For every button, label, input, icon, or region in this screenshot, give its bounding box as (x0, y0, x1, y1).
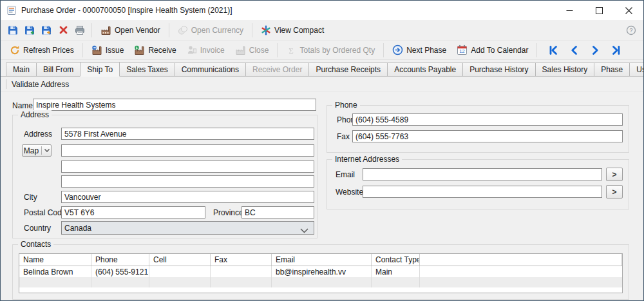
email-input[interactable] (363, 168, 602, 180)
fax-input[interactable]: (604) 555-7763 (352, 130, 623, 142)
refresh-prices-button[interactable]: Refresh Prices (5, 43, 79, 57)
issue-button[interactable]: Issue (86, 43, 129, 57)
tab-sales-history[interactable]: Sales History (535, 63, 595, 76)
tab-purchase-receipts[interactable]: Purchase Receipts (308, 63, 388, 76)
last-record-button[interactable] (607, 42, 624, 59)
city-input[interactable]: Vancouver (61, 191, 314, 203)
column-header-cell[interactable]: Cell (149, 254, 211, 266)
postal-code-input[interactable]: V5T 6Y6 (61, 206, 205, 218)
table-row[interactable]: Belinda Brown (604) 555-9121 bb@inspireh… (19, 266, 622, 277)
delete-button[interactable] (55, 22, 71, 39)
maximize-button[interactable] (584, 1, 614, 20)
totals-button: Σ Totals by Ordered Qty (281, 43, 380, 57)
tab-main[interactable]: Main (6, 63, 37, 76)
phone-input[interactable]: (604) 555-4589 (352, 113, 623, 126)
open-currency-button: Open Currency (173, 23, 249, 37)
contact-phone-cell: (604) 555-9121 (91, 266, 149, 277)
column-header-email[interactable]: Email (272, 254, 372, 266)
help-icon: ? (626, 25, 636, 35)
first-record-button[interactable] (545, 42, 562, 59)
sigma-icon: Σ (286, 45, 296, 55)
tab-bill-from[interactable]: Bill From (36, 63, 80, 76)
refresh-prices-label: Refresh Prices (23, 46, 74, 55)
close-button[interactable] (614, 1, 643, 20)
next-record-button[interactable] (587, 42, 603, 59)
tab-ship-to[interactable]: Ship To (80, 62, 120, 77)
open-email-button[interactable]: > (606, 168, 623, 181)
tab-sales-taxes[interactable]: Sales Taxes (119, 63, 175, 76)
column-header-phone[interactable]: Phone (91, 254, 149, 266)
save-button[interactable] (5, 22, 21, 39)
phone-group: Phone (327, 105, 629, 153)
totals-label: Totals by Ordered Qty (299, 46, 375, 55)
column-header-fax[interactable]: Fax (211, 254, 272, 266)
address-line4-input[interactable] (61, 175, 314, 188)
toolbar-separator (536, 43, 537, 57)
previous-record-button[interactable] (566, 42, 583, 59)
column-header-filler (420, 254, 622, 266)
contact-name-cell: Belinda Brown (19, 266, 91, 277)
toolbar-separator (82, 43, 83, 57)
invoice-button: Invoice (182, 43, 230, 57)
factory-close-icon (235, 45, 246, 55)
toolbar-separator (91, 23, 92, 37)
print-button[interactable] (71, 22, 88, 39)
delete-x-icon (59, 25, 68, 35)
contacts-table: Name Phone Cell Fax Email Contact Type B… (19, 253, 623, 293)
open-website-button[interactable]: > (606, 185, 623, 199)
first-record-icon (548, 44, 560, 56)
empty-cell (272, 277, 372, 287)
coins-icon (178, 25, 188, 35)
tab-purchase-history[interactable]: Purchase History (462, 63, 535, 76)
open-vendor-button[interactable]: Open Vendor (95, 23, 166, 37)
internet-addresses-group: Internet Addresses (327, 159, 629, 209)
app-window: Purchase Order - 0000700050 [Inspire Hea… (0, 0, 644, 301)
add-to-calendar-button[interactable]: 12 Add To Calendar (451, 43, 533, 57)
province-input[interactable]: BC (242, 206, 314, 218)
country-select[interactable]: Canada (61, 221, 314, 235)
map-button[interactable]: Map (22, 144, 52, 157)
tab-communications[interactable]: Communications (175, 63, 246, 76)
ship-to-subtoolbar: Validate Address (1, 77, 643, 92)
close-po-label: Close (249, 46, 269, 55)
compact-asterisk-icon (261, 25, 271, 35)
minimize-button[interactable] (554, 1, 584, 20)
address-line3-input[interactable] (61, 160, 314, 173)
factory-icon (100, 25, 111, 35)
next-phase-icon (392, 44, 403, 55)
column-header-name[interactable]: Name (19, 254, 91, 266)
empty-cell (149, 277, 211, 287)
next-phase-button[interactable]: Next Phase (387, 43, 451, 57)
save-create-new-button[interactable] (21, 22, 38, 39)
phone-group-label: Phone (332, 101, 360, 110)
view-compact-button[interactable]: View Compact (256, 23, 329, 37)
svg-text:?: ? (629, 27, 632, 34)
column-header-contact-type[interactable]: Contact Type (372, 254, 420, 266)
printer-icon (75, 25, 85, 35)
next-record-icon (589, 44, 601, 56)
receive-button[interactable]: Receive (129, 43, 181, 57)
view-compact-label: View Compact (274, 26, 324, 35)
empty-cell (211, 277, 272, 287)
website-input[interactable] (363, 186, 602, 198)
validate-address-button[interactable]: Validate Address (12, 80, 69, 89)
address-line1-input[interactable]: 5578 First Avenue (61, 128, 314, 140)
table-row-empty[interactable] (19, 277, 622, 287)
invoice-icon (187, 45, 197, 55)
contacts-group-label: Contacts (18, 240, 53, 249)
tab-accounts-payable[interactable]: Accounts Payable (387, 63, 463, 76)
address-line2-input[interactable] (61, 144, 314, 157)
tab-phase[interactable]: Phase (594, 63, 630, 76)
name-input[interactable]: Inspire Health Systems (33, 99, 316, 111)
receive-label: Receive (148, 46, 176, 55)
contact-fax-cell (211, 266, 272, 277)
tab-user-defined[interactable]: User Defined (629, 63, 644, 76)
save-close-button[interactable] (38, 22, 55, 39)
contact-type-cell: Main (372, 266, 420, 277)
last-record-icon (610, 44, 621, 56)
help-button[interactable]: ? (623, 22, 639, 39)
province-label: Province (213, 206, 243, 218)
close-icon (625, 7, 632, 14)
toolbar-grip (6, 79, 6, 89)
toolbar-file: Open Vendor Open Currency View Compact ? (1, 20, 643, 41)
